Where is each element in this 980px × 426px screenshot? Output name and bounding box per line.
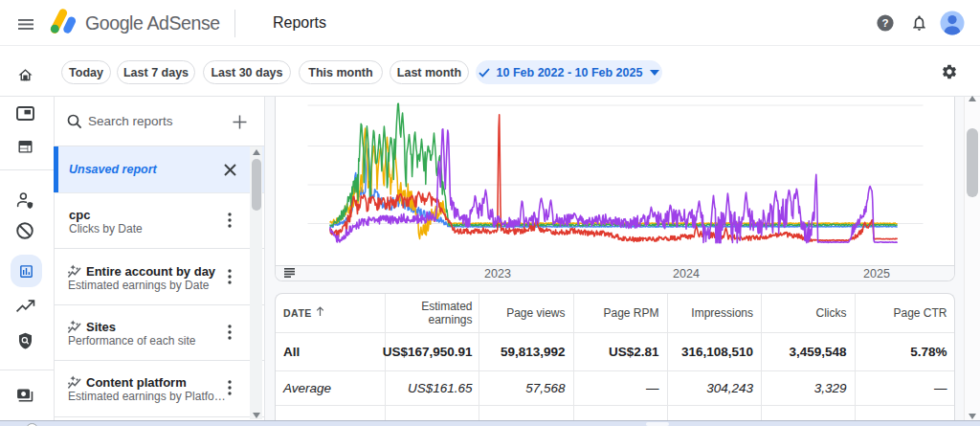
svg-text:?: ? [881, 17, 888, 29]
